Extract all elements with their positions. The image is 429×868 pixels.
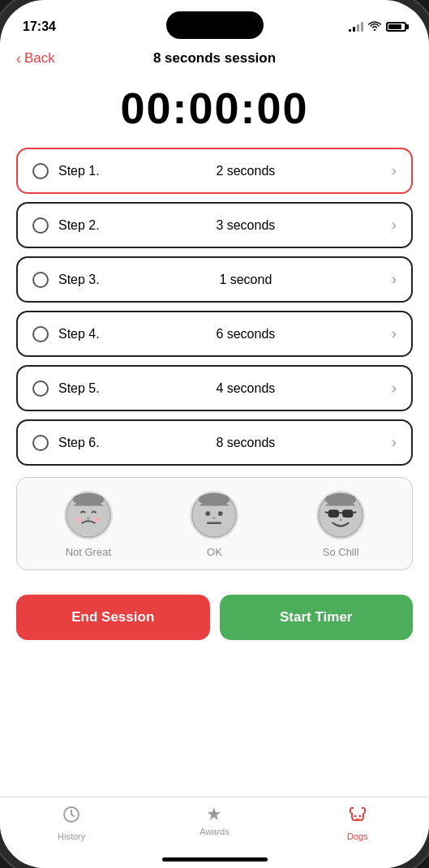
mood-not-great-label: Not Great <box>66 546 111 558</box>
step-chevron-5: › <box>392 380 397 397</box>
mood-so-chill-label: So Chill <box>323 546 359 558</box>
history-icon <box>62 806 80 828</box>
step-circle-5 <box>32 380 49 397</box>
tab-awards-label: Awards <box>199 827 229 836</box>
step-label-4: Step 4. <box>58 327 100 342</box>
dogs-icon <box>348 806 367 828</box>
step-item-3[interactable]: Step 3. 1 second › <box>16 256 413 303</box>
svg-point-4 <box>93 518 101 522</box>
mood-not-great[interactable]: Not Great <box>64 491 113 558</box>
signal-icon <box>349 22 363 32</box>
dynamic-island <box>166 11 264 39</box>
wifi-icon <box>368 20 381 33</box>
mood-so-chill[interactable]: So Chill <box>316 491 365 558</box>
back-chevron-icon: ‹ <box>16 50 21 67</box>
awards-icon: ★ <box>206 806 222 823</box>
start-timer-button[interactable]: Start Timer <box>220 595 414 640</box>
step-circle-2 <box>32 217 49 234</box>
tab-dogs[interactable]: Dogs <box>286 806 429 841</box>
back-label: Back <box>24 50 55 67</box>
end-session-button[interactable]: End Session <box>16 595 210 640</box>
step-item-6[interactable]: Step 6. 8 seconds › <box>16 419 413 466</box>
mood-ok-emoji <box>190 491 238 539</box>
step-chevron-3: › <box>392 271 397 288</box>
step-item-1[interactable]: Step 1. 2 seconds › <box>16 148 413 194</box>
step-duration-4: 6 seconds <box>216 327 275 342</box>
battery-icon <box>386 22 406 32</box>
svg-point-17 <box>339 518 342 521</box>
back-button[interactable]: ‹ Back <box>16 50 55 67</box>
step-chevron-1: › <box>392 162 397 179</box>
step-item-2[interactable]: Step 2. 3 seconds › <box>16 202 413 248</box>
mood-so-chill-emoji <box>316 491 365 539</box>
phone-frame: 17:34 ‹ Back <box>0 0 429 868</box>
svg-rect-13 <box>342 509 354 518</box>
svg-line-16 <box>354 512 357 513</box>
tab-history-label: History <box>58 831 85 841</box>
svg-point-7 <box>206 511 211 516</box>
svg-point-9 <box>213 517 217 519</box>
status-icons <box>349 20 406 33</box>
step-item-5[interactable]: Step 5. 4 seconds › <box>16 365 413 411</box>
nav-header: ‹ Back 8 seconds session <box>0 42 429 75</box>
step-duration-5: 4 seconds <box>216 381 275 396</box>
step-duration-3: 1 second <box>219 273 272 287</box>
svg-point-8 <box>218 511 223 516</box>
step-item-4[interactable]: Step 4. 6 seconds › <box>16 311 413 357</box>
step-chevron-4: › <box>392 325 397 342</box>
step-chevron-6: › <box>392 434 397 451</box>
step-duration-2: 3 seconds <box>216 218 275 233</box>
svg-point-3 <box>75 518 84 522</box>
svg-point-20 <box>358 815 361 818</box>
bottom-buttons: End Session Start Timer <box>0 578 429 640</box>
step-circle-1 <box>32 163 49 179</box>
step-duration-1: 2 seconds <box>216 164 275 178</box>
mood-section: Not Great OK <box>16 477 413 570</box>
mood-ok-label: OK <box>207 546 222 558</box>
step-chevron-2: › <box>392 217 397 234</box>
tab-history[interactable]: History <box>0 806 143 841</box>
step-label-1: Step 1. <box>58 164 100 178</box>
svg-point-19 <box>354 815 356 818</box>
mood-ok[interactable]: OK <box>190 491 238 558</box>
step-label-3: Step 3. <box>58 273 100 287</box>
step-circle-4 <box>32 326 49 342</box>
step-circle-6 <box>32 435 49 451</box>
home-indicator <box>162 857 268 862</box>
tab-dogs-label: Dogs <box>347 831 368 841</box>
step-label-5: Step 5. <box>58 381 100 396</box>
step-label-2: Step 2. <box>58 218 100 233</box>
steps-container: Step 1. 2 seconds › Step 2. 3 seconds › … <box>0 148 429 466</box>
svg-line-15 <box>325 512 328 513</box>
session-title: 8 seconds session <box>153 50 276 67</box>
svg-rect-12 <box>328 509 340 518</box>
status-time: 17:34 <box>23 19 56 34</box>
svg-point-2 <box>87 517 90 519</box>
step-circle-3 <box>32 272 49 288</box>
timer-display: 00:00:00 <box>0 75 429 148</box>
step-duration-6: 8 seconds <box>216 436 275 450</box>
mood-not-great-emoji <box>64 491 113 539</box>
tab-awards[interactable]: ★ Awards <box>143 806 285 836</box>
step-label-6: Step 6. <box>58 436 100 450</box>
